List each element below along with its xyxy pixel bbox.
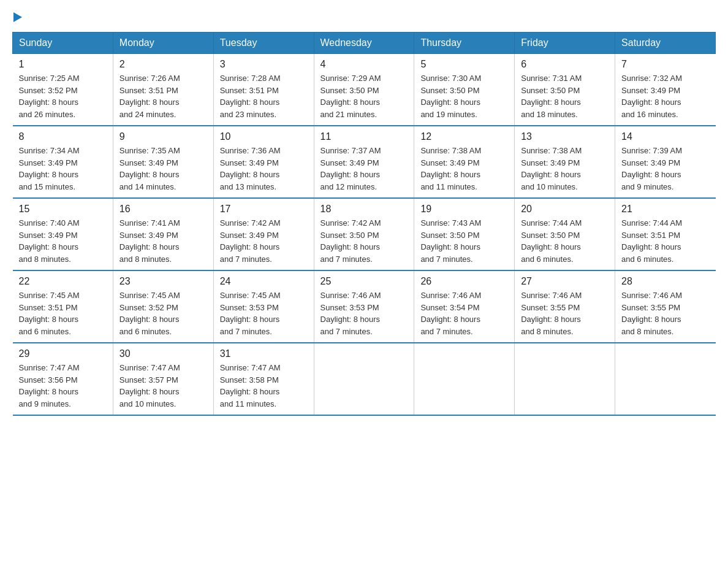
day-number: 2 xyxy=(119,59,207,70)
day-info: Sunrise: 7:46 AMSunset: 3:55 PMDaylight:… xyxy=(621,289,709,337)
day-number: 26 xyxy=(420,276,508,287)
calendar-week-row: 8Sunrise: 7:34 AMSunset: 3:49 PMDaylight… xyxy=(13,126,716,198)
day-info: Sunrise: 7:41 AMSunset: 3:49 PMDaylight:… xyxy=(119,217,207,265)
day-number: 24 xyxy=(220,276,308,287)
day-number: 15 xyxy=(19,204,107,215)
day-info: Sunrise: 7:44 AMSunset: 3:51 PMDaylight:… xyxy=(621,217,709,265)
day-number: 9 xyxy=(119,131,207,142)
day-info: Sunrise: 7:25 AMSunset: 3:52 PMDaylight:… xyxy=(19,72,107,120)
day-info: Sunrise: 7:37 AMSunset: 3:49 PMDaylight:… xyxy=(320,145,408,193)
day-number: 10 xyxy=(220,131,308,142)
calendar-cell: 6Sunrise: 7:31 AMSunset: 3:50 PMDaylight… xyxy=(515,54,615,126)
calendar-cell: 17Sunrise: 7:42 AMSunset: 3:49 PMDayligh… xyxy=(213,198,314,270)
calendar-cell: 23Sunrise: 7:45 AMSunset: 3:52 PMDayligh… xyxy=(113,270,213,343)
calendar-cell xyxy=(515,343,615,415)
calendar-cell: 13Sunrise: 7:38 AMSunset: 3:49 PMDayligh… xyxy=(515,126,615,198)
calendar-cell: 15Sunrise: 7:40 AMSunset: 3:49 PMDayligh… xyxy=(13,198,113,270)
day-number: 28 xyxy=(621,276,709,287)
header-cell-saturday: Saturday xyxy=(615,33,716,54)
calendar-week-row: 1Sunrise: 7:25 AMSunset: 3:52 PMDaylight… xyxy=(13,54,716,126)
calendar-cell: 12Sunrise: 7:38 AMSunset: 3:49 PMDayligh… xyxy=(414,126,515,198)
calendar-cell: 3Sunrise: 7:28 AMSunset: 3:51 PMDaylight… xyxy=(213,54,314,126)
day-info: Sunrise: 7:42 AMSunset: 3:50 PMDaylight:… xyxy=(320,217,408,265)
day-info: Sunrise: 7:38 AMSunset: 3:49 PMDaylight:… xyxy=(521,145,609,193)
calendar-cell: 18Sunrise: 7:42 AMSunset: 3:50 PMDayligh… xyxy=(314,198,414,270)
day-number: 25 xyxy=(320,276,408,287)
day-info: Sunrise: 7:47 AMSunset: 3:57 PMDaylight:… xyxy=(119,362,207,410)
calendar-cell: 2Sunrise: 7:26 AMSunset: 3:51 PMDaylight… xyxy=(113,54,213,126)
day-info: Sunrise: 7:30 AMSunset: 3:50 PMDaylight:… xyxy=(420,72,508,120)
calendar-table: SundayMondayTuesdayWednesdayThursdayFrid… xyxy=(12,32,716,416)
calendar-cell: 31Sunrise: 7:47 AMSunset: 3:58 PMDayligh… xyxy=(213,343,314,415)
day-number: 5 xyxy=(420,59,508,70)
day-info: Sunrise: 7:44 AMSunset: 3:50 PMDaylight:… xyxy=(521,217,609,265)
day-number: 3 xyxy=(220,59,308,70)
day-number: 31 xyxy=(220,348,308,359)
day-info: Sunrise: 7:36 AMSunset: 3:49 PMDaylight:… xyxy=(220,145,308,193)
day-info: Sunrise: 7:45 AMSunset: 3:51 PMDaylight:… xyxy=(19,289,107,337)
day-number: 16 xyxy=(119,204,207,215)
calendar-cell xyxy=(414,343,515,415)
day-number: 6 xyxy=(521,59,609,70)
calendar-cell: 7Sunrise: 7:32 AMSunset: 3:49 PMDaylight… xyxy=(615,54,716,126)
calendar-week-row: 29Sunrise: 7:47 AMSunset: 3:56 PMDayligh… xyxy=(13,343,716,415)
day-info: Sunrise: 7:29 AMSunset: 3:50 PMDaylight:… xyxy=(320,72,408,120)
day-info: Sunrise: 7:35 AMSunset: 3:49 PMDaylight:… xyxy=(119,145,207,193)
calendar-cell: 5Sunrise: 7:30 AMSunset: 3:50 PMDaylight… xyxy=(414,54,515,126)
day-info: Sunrise: 7:28 AMSunset: 3:51 PMDaylight:… xyxy=(220,72,308,120)
day-info: Sunrise: 7:34 AMSunset: 3:49 PMDaylight:… xyxy=(19,145,107,193)
calendar-cell: 27Sunrise: 7:46 AMSunset: 3:55 PMDayligh… xyxy=(515,270,615,343)
day-info: Sunrise: 7:46 AMSunset: 3:54 PMDaylight:… xyxy=(420,289,508,337)
calendar-cell: 20Sunrise: 7:44 AMSunset: 3:50 PMDayligh… xyxy=(515,198,615,270)
day-number: 30 xyxy=(119,348,207,359)
header-cell-wednesday: Wednesday xyxy=(314,33,414,54)
calendar-cell: 9Sunrise: 7:35 AMSunset: 3:49 PMDaylight… xyxy=(113,126,213,198)
calendar-cell: 24Sunrise: 7:45 AMSunset: 3:53 PMDayligh… xyxy=(213,270,314,343)
calendar-cell: 25Sunrise: 7:46 AMSunset: 3:53 PMDayligh… xyxy=(314,270,414,343)
day-info: Sunrise: 7:47 AMSunset: 3:56 PMDaylight:… xyxy=(19,362,107,410)
calendar-cell: 16Sunrise: 7:41 AMSunset: 3:49 PMDayligh… xyxy=(113,198,213,270)
day-number: 22 xyxy=(19,276,107,287)
day-info: Sunrise: 7:43 AMSunset: 3:50 PMDaylight:… xyxy=(420,217,508,265)
header-cell-thursday: Thursday xyxy=(414,33,515,54)
day-number: 17 xyxy=(220,204,308,215)
day-info: Sunrise: 7:42 AMSunset: 3:49 PMDaylight:… xyxy=(220,217,308,265)
calendar-header-row: SundayMondayTuesdayWednesdayThursdayFrid… xyxy=(13,33,716,54)
calendar-cell xyxy=(314,343,414,415)
day-info: Sunrise: 7:26 AMSunset: 3:51 PMDaylight:… xyxy=(119,72,207,120)
header-cell-tuesday: Tuesday xyxy=(213,33,314,54)
calendar-cell: 8Sunrise: 7:34 AMSunset: 3:49 PMDaylight… xyxy=(13,126,113,198)
day-number: 12 xyxy=(420,131,508,142)
calendar-cell: 28Sunrise: 7:46 AMSunset: 3:55 PMDayligh… xyxy=(615,270,716,343)
header-cell-friday: Friday xyxy=(515,33,615,54)
day-info: Sunrise: 7:46 AMSunset: 3:55 PMDaylight:… xyxy=(521,289,609,337)
day-info: Sunrise: 7:38 AMSunset: 3:49 PMDaylight:… xyxy=(420,145,508,193)
day-info: Sunrise: 7:47 AMSunset: 3:58 PMDaylight:… xyxy=(220,362,308,410)
day-number: 20 xyxy=(521,204,609,215)
calendar-cell: 26Sunrise: 7:46 AMSunset: 3:54 PMDayligh… xyxy=(414,270,515,343)
calendar-cell: 11Sunrise: 7:37 AMSunset: 3:49 PMDayligh… xyxy=(314,126,414,198)
header-cell-monday: Monday xyxy=(113,33,213,54)
calendar-cell xyxy=(615,343,716,415)
day-number: 4 xyxy=(320,59,408,70)
day-info: Sunrise: 7:45 AMSunset: 3:53 PMDaylight:… xyxy=(220,289,308,337)
day-info: Sunrise: 7:45 AMSunset: 3:52 PMDaylight:… xyxy=(119,289,207,337)
day-number: 23 xyxy=(119,276,207,287)
day-number: 29 xyxy=(19,348,107,359)
day-number: 18 xyxy=(320,204,408,215)
calendar-cell: 14Sunrise: 7:39 AMSunset: 3:49 PMDayligh… xyxy=(615,126,716,198)
day-info: Sunrise: 7:39 AMSunset: 3:49 PMDaylight:… xyxy=(621,145,709,193)
calendar-week-row: 22Sunrise: 7:45 AMSunset: 3:51 PMDayligh… xyxy=(13,270,716,343)
day-info: Sunrise: 7:40 AMSunset: 3:49 PMDaylight:… xyxy=(19,217,107,265)
logo xyxy=(12,12,22,22)
day-number: 13 xyxy=(521,131,609,142)
day-number: 14 xyxy=(621,131,709,142)
calendar-cell: 22Sunrise: 7:45 AMSunset: 3:51 PMDayligh… xyxy=(13,270,113,343)
day-info: Sunrise: 7:46 AMSunset: 3:53 PMDaylight:… xyxy=(320,289,408,337)
calendar-cell: 29Sunrise: 7:47 AMSunset: 3:56 PMDayligh… xyxy=(13,343,113,415)
day-number: 11 xyxy=(320,131,408,142)
header-cell-sunday: Sunday xyxy=(13,33,113,54)
day-number: 7 xyxy=(621,59,709,70)
logo-arrow-icon xyxy=(13,12,22,22)
day-number: 19 xyxy=(420,204,508,215)
